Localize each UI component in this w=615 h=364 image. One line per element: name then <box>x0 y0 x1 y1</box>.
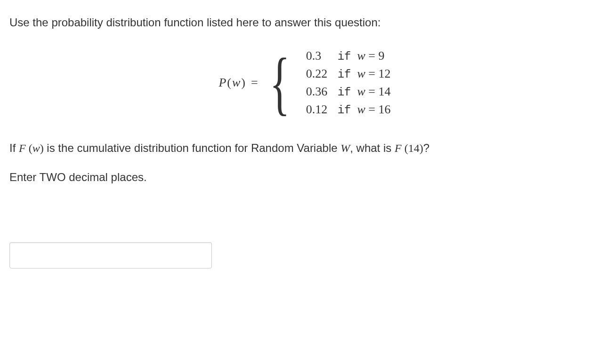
case-probability: 0.3 <box>306 49 332 63</box>
equation-block: P ( w ) = { 0.3 if w = 9 0.22 if w = 12 … <box>9 45 606 120</box>
equation-lhs: P ( w ) = <box>218 76 262 90</box>
open-paren: ( <box>226 76 232 90</box>
cases-block: { 0.3 if w = 9 0.22 if w = 12 0.36 if w … <box>263 45 397 120</box>
case-row: 0.3 if w = 9 <box>306 49 391 63</box>
answer-input[interactable] <box>9 242 212 269</box>
brace-icon: { <box>269 51 290 115</box>
case-probability: 0.36 <box>306 85 332 99</box>
case-row: 0.36 if w = 14 <box>306 85 391 99</box>
equation-argument: w <box>232 76 240 90</box>
case-row: 0.22 if w = 12 <box>306 67 391 81</box>
case-condition: if w = 9 <box>338 49 391 63</box>
question-text: If F (w) is the cumulative distribution … <box>9 139 606 157</box>
equals-sign: = <box>251 76 258 90</box>
case-probability: 0.12 <box>306 103 332 117</box>
close-paren: ) <box>240 76 246 90</box>
case-row: 0.12 if w = 16 <box>306 103 391 117</box>
equation-function-name: P <box>218 76 226 90</box>
case-condition: if w = 12 <box>338 67 391 81</box>
case-probability: 0.22 <box>306 67 332 81</box>
instruction-text: Enter TWO decimal places. <box>9 169 606 186</box>
case-condition: if w = 14 <box>338 85 391 99</box>
case-condition: if w = 16 <box>338 103 391 117</box>
intro-text: Use the probability distribution functio… <box>9 14 606 31</box>
cases-table: 0.3 if w = 9 0.22 if w = 12 0.36 if w = … <box>300 45 397 120</box>
